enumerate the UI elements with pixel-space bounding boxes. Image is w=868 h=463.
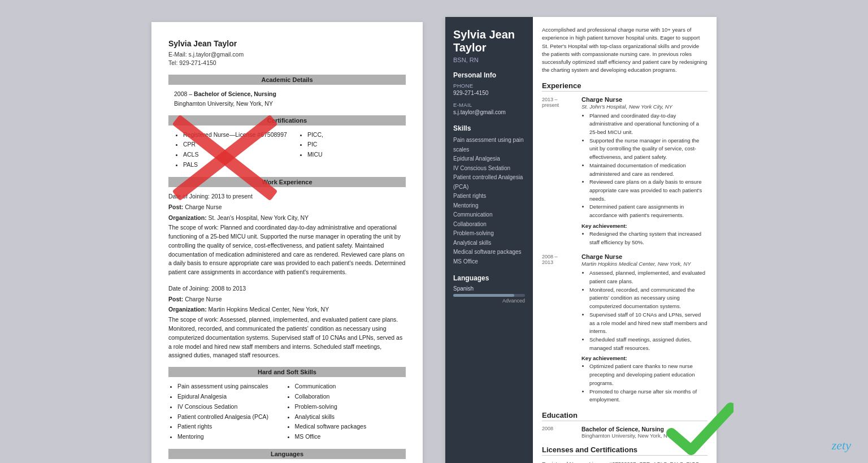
sidebar-credential: BSN, RN — [453, 57, 525, 63]
sidebar-name-line1: Sylvia JeanTaylor — [453, 28, 525, 54]
work-entry-1: Date of Joining: 2013 to present Post: C… — [168, 192, 406, 277]
summary-text: Accomplished and professional charge nur… — [542, 26, 708, 75]
edu-body: Bachelor of Science, Nursing Binghamton … — [581, 426, 671, 439]
work-post-1: Post: Charge Nurse — [168, 202, 406, 212]
skill-item: IV Conscious Sedation — [453, 164, 525, 174]
skill-item: Patient controlled Analgesia (PCA) — [453, 173, 525, 192]
skill-item: Patient rights — [177, 422, 289, 432]
exp-dates-2: 2008 –2013 — [542, 253, 576, 404]
achievement-bullet: Redesigned the charting system that incr… — [589, 230, 708, 246]
cert-item: Registered Nurse—License #67508997 — [183, 130, 287, 140]
personal-info-title: Personal Info — [453, 71, 525, 79]
exp-org-2: Martin Hopkins Medical Center, New York,… — [581, 261, 708, 267]
language-entry-sidebar: Spanish Advanced — [453, 285, 525, 304]
cert-item: ACLS — [183, 150, 287, 160]
work-org-2: Organization: Martin Hopkins Medical Cen… — [168, 305, 406, 314]
achievement-label-2: Key achievement: — [581, 355, 708, 361]
skill-item: Collaboration — [453, 220, 525, 230]
exp-title-1: Charge Nurse — [581, 96, 708, 103]
edu-entry: 2008 Bachelor of Science, Nursing Bingha… — [542, 426, 708, 439]
cert-col-2: PICC, PIC MICU — [298, 130, 323, 170]
edu-year: 2008 – — [174, 90, 192, 97]
exp-bullets-1: Planned and coordinated day-to-day admin… — [581, 112, 708, 220]
edu-degree: Bachelor of Science, Nursing — [581, 426, 671, 432]
skill-item: Problem-solving — [295, 402, 406, 412]
exp-bullet: Maintained documentation of medication a… — [589, 162, 708, 178]
right-resume: Sylvia JeanTaylor BSN, RN Personal Info … — [445, 17, 717, 463]
achievement-bullets-2: Optimized patient care thanks to new nur… — [581, 362, 708, 404]
exp-entry-1: 2013 –present Charge Nurse St. John's Ho… — [542, 96, 708, 247]
exp-body-2: Charge Nurse Martin Hopkins Medical Cent… — [581, 253, 708, 404]
achievement-label-1: Key achievement: — [581, 223, 708, 229]
license-text: Registered Nurse—License #67508997, CPR,… — [542, 460, 708, 463]
academic-section-header: Academic Details — [168, 75, 406, 85]
skill-item: Pain assessment using pain scales — [453, 136, 525, 154]
email-value: s.j.taylor@gmail.com — [453, 109, 525, 116]
exp-title-2: Charge Nurse — [581, 253, 708, 260]
exp-bullet: Monitored, recorded, and communicated th… — [589, 286, 708, 311]
lang-bar-bg — [453, 294, 525, 297]
skills-title: Skills — [453, 124, 525, 132]
work-section-header: Work Experience — [168, 177, 406, 187]
education-entry: 2008 – Bachelor of Science, Nursing Bing… — [174, 89, 406, 109]
exp-bullet: Supervised staff of 10 CNAs and LPNs, se… — [589, 311, 708, 336]
phone-value: 929-271-4150 — [453, 89, 525, 97]
skill-item: Collaboration — [295, 392, 406, 402]
left-name: Sylvia Jean Taylor — [168, 39, 406, 48]
email-label: E-Mail: — [168, 51, 187, 58]
achievement-bullets-1: Redesigned the charting system that incr… — [581, 230, 708, 246]
left-resume: Sylvia Jean Taylor E-Mail: s.j.taylor@gm… — [151, 22, 423, 464]
skill-item: Communication — [295, 382, 406, 392]
skill-item: Epidural Analgesia — [453, 154, 525, 164]
tel-label: Tel: — [168, 59, 177, 66]
edu-degree: Bachelor of Science, Nursing — [194, 90, 276, 97]
achievement-bullet: Optimized patient care thanks to new nur… — [589, 362, 708, 387]
education-title: Education — [542, 411, 708, 421]
skill-item: Communication — [453, 210, 525, 220]
skill-item: Analytical skills — [295, 412, 406, 422]
work-org-1: Organization: St. Jean's Hospital, New Y… — [168, 213, 406, 223]
languages-section-header: Languages — [168, 449, 406, 459]
exp-bullet: Reviewed care plans on a daily basis to … — [589, 178, 708, 203]
skill-item: MS Office — [453, 257, 525, 267]
certifications-grid: Registered Nurse—License #67508997 CPR A… — [174, 130, 406, 170]
skill-item: MS Office — [295, 432, 406, 442]
skills-section-header: Hard and Soft Skills — [168, 367, 406, 377]
resume-main-content: Accomplished and professional charge nur… — [533, 17, 717, 463]
email-value: s.j.taylor@gmail.com — [189, 51, 244, 58]
exp-bullet: Scheduled staff meetings, assigned dutie… — [589, 336, 708, 352]
cert-item: CPR — [183, 140, 287, 150]
left-tel: Tel: 929-271-4150 — [168, 59, 406, 68]
cert-list-2: PICC, PIC MICU — [298, 130, 323, 161]
skill-item: Mentoring — [453, 201, 525, 211]
cert-col-1: Registered Nurse—License #67508997 CPR A… — [174, 130, 287, 170]
edu-school: Binghamton University, New York, NY — [174, 100, 273, 107]
skill-item: Medical software packages — [295, 422, 406, 432]
cert-list-1: Registered Nurse—License #67508997 CPR A… — [174, 130, 287, 170]
skill-item: Medical software packages — [453, 248, 525, 257]
work-dates-1: Date of Joining: 2013 to present — [168, 192, 406, 201]
cert-item: PALS — [183, 160, 287, 170]
certs-section-header: Certifications — [168, 115, 406, 126]
skill-item: IV Conscious Sedation — [177, 402, 289, 412]
skill-item: Patient rights — [453, 192, 525, 201]
work-entry-2: Date of Joining: 2008 to 2013 Post: Char… — [168, 284, 406, 360]
skill-item: Problem-solving — [453, 229, 525, 239]
exp-dates-1: 2013 –present — [542, 96, 576, 247]
lang-bar-fill — [453, 294, 514, 297]
sidebar-name-block: Sylvia JeanTaylor BSN, RN — [453, 28, 525, 63]
work-post-2: Post: Charge Nurse — [168, 295, 406, 304]
skill-item: Analytical skills — [453, 239, 525, 248]
skill-item: Pain assessment using painscales — [177, 382, 289, 392]
email-label: E-mail — [453, 102, 525, 108]
skill-item: Epidural Analgesia — [177, 392, 289, 402]
exp-bullet: Planned and coordinated day-to-day admin… — [589, 112, 708, 137]
exp-bullet: Supported the nurse manager in operating… — [589, 137, 708, 162]
exp-entry-2: 2008 –2013 Charge Nurse Martin Hopkins M… — [542, 253, 708, 404]
edu-school: Binghamton University, New York, NY — [581, 432, 671, 439]
cert-item: PICC, — [307, 130, 323, 140]
resume-sidebar: Sylvia JeanTaylor BSN, RN Personal Info … — [445, 17, 533, 463]
exp-body-1: Charge Nurse St. John's Hospital, New Yo… — [581, 96, 708, 247]
skills-list-sidebar: Pain assessment using pain scales Epidur… — [453, 136, 525, 266]
phone-label: Phone — [453, 83, 525, 89]
